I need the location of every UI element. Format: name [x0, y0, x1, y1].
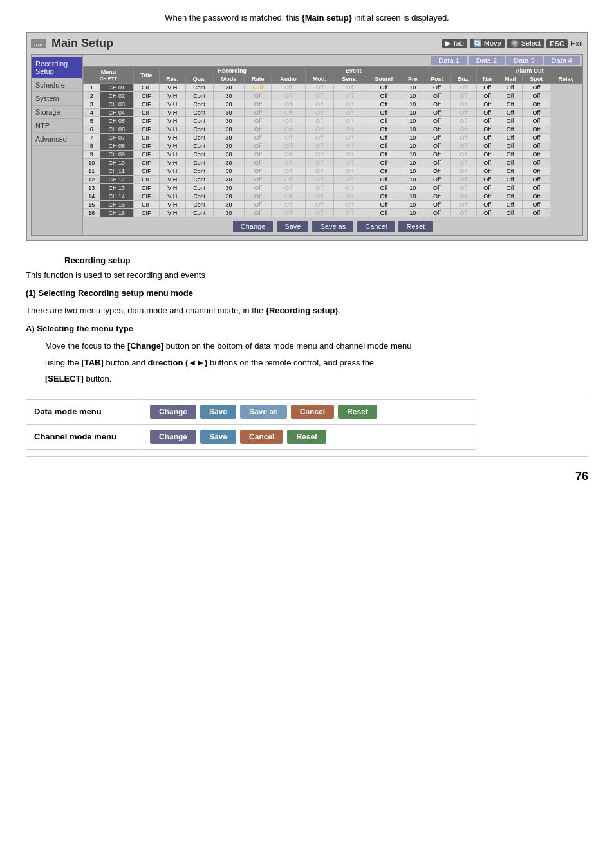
th-recording: Recording — [159, 67, 305, 75]
tab-button[interactable]: ▶ Tab — [442, 39, 467, 48]
ch-title-cell: CH 06 — [100, 125, 133, 134]
reset-button[interactable]: Reset — [398, 221, 433, 232]
nai-cell: Off — [451, 176, 477, 184]
post-cell: 10 — [402, 192, 423, 201]
dm-cancel-button[interactable]: Cancel — [291, 405, 334, 419]
mode-cell: Cont — [185, 92, 213, 100]
sidebar-item-system[interactable]: System — [32, 92, 82, 106]
moti-cell: Off — [272, 109, 305, 117]
moti-cell: Off — [272, 84, 305, 92]
sound-cell: Off — [333, 134, 366, 142]
mode-cell: Cont — [185, 176, 213, 184]
nai-cell: Off — [451, 92, 477, 100]
page-number: 76 — [26, 470, 588, 483]
audio-cell: Off — [245, 176, 272, 184]
sidebar-item-recording[interactable]: RecordingSetup — [32, 57, 82, 78]
th-qua: Qua. — [185, 75, 213, 84]
res-cell: CIF — [133, 134, 159, 142]
nai-cell: Off — [451, 192, 477, 201]
pre-cell: Off — [366, 134, 402, 142]
buz-cell: Off — [423, 142, 451, 151]
mode-cell: Cont — [185, 109, 213, 117]
channel-mode-label: Channel mode menu — [26, 424, 142, 449]
pre-cell: Off — [366, 201, 402, 209]
cm-cancel-button[interactable]: Cancel — [240, 430, 283, 444]
change-button[interactable]: Change — [233, 221, 274, 232]
pre-cell: Off — [366, 84, 402, 92]
nai-cell: Off — [451, 117, 477, 125]
nai-cell: Off — [451, 134, 477, 142]
spot-cell: Off — [498, 184, 523, 192]
vh-cell: V H — [159, 84, 185, 92]
sound-cell: Off — [333, 209, 366, 217]
relay-cell: Off — [523, 209, 550, 217]
res-cell: CIF — [133, 109, 159, 117]
moti-cell: Off — [272, 151, 305, 159]
relay-cell: Off — [523, 125, 550, 134]
th-post: Post — [423, 75, 451, 84]
pre-cell: Off — [366, 109, 402, 117]
section1-title: Recording setup — [64, 255, 588, 265]
sidebar-item-ntp[interactable]: NTP — [32, 119, 82, 133]
data-col-4: Data 4 — [544, 56, 580, 65]
cm-reset-button[interactable]: Reset — [287, 430, 326, 444]
nai-cell: Off — [451, 167, 477, 176]
th-res: Res. — [159, 75, 185, 84]
ch-num-cell: 2 — [84, 92, 100, 100]
buz-cell: Off — [423, 201, 451, 209]
buz-cell: Off — [423, 125, 451, 134]
cm-change-button[interactable]: Change — [150, 430, 196, 444]
sens-cell: Off — [305, 159, 333, 167]
rate-cell: 30 — [213, 117, 245, 125]
recording-table: MenuCH PTZ Title Recording Event Alarm O… — [83, 66, 582, 217]
mode-cell: Cont — [185, 100, 213, 109]
rate-cell: 30 — [213, 184, 245, 192]
sidebar-item-schedule[interactable]: Schedule — [32, 78, 82, 92]
vh-cell: V H — [159, 134, 185, 142]
mode-cell: Cont — [185, 125, 213, 134]
dm-change-button[interactable]: Change — [150, 405, 196, 419]
header-controls: ▶ Tab 🔄 Move 🔘 Select ESC Exit — [442, 39, 583, 48]
mail-cell: Off — [477, 92, 498, 100]
th-pre: Pre — [402, 75, 423, 84]
dm-save-button[interactable]: Save — [200, 405, 236, 419]
relay-cell: Off — [523, 159, 550, 167]
data-col-3: Data 3 — [506, 56, 542, 65]
select-button[interactable]: 🔘 Select — [507, 39, 544, 48]
moti-cell: Off — [272, 192, 305, 201]
moti-cell: Off — [272, 125, 305, 134]
sidebar-item-storage[interactable]: Storage — [32, 106, 82, 119]
esc-button[interactable]: ESC — [546, 39, 568, 48]
res-cell: CIF — [133, 167, 159, 176]
rate-cell: 30 — [213, 151, 245, 159]
nai-cell: Off — [451, 100, 477, 109]
move-button[interactable]: 🔄 Move — [470, 39, 505, 48]
ch-num-cell: 6 — [84, 125, 100, 134]
setup-icon: ..... — [31, 39, 46, 48]
nai-cell: Off — [451, 209, 477, 217]
mail-cell: Off — [477, 151, 498, 159]
spot-cell: Off — [498, 151, 523, 159]
sidebar: RecordingSetup Schedule System Storage N… — [32, 55, 83, 235]
ch-num-cell: 15 — [84, 201, 100, 209]
relay-cell: Off — [523, 142, 550, 151]
relay-cell: Off — [523, 176, 550, 184]
audio-cell: Off — [245, 167, 272, 176]
sidebar-item-advanced[interactable]: Advanced — [32, 133, 82, 146]
cancel-button[interactable]: Cancel — [357, 221, 395, 232]
buz-cell: Off — [423, 84, 451, 92]
save-button[interactable]: Save — [277, 221, 308, 232]
pre-cell: Off — [366, 184, 402, 192]
ch-title-cell: CH 05 — [100, 117, 133, 125]
save-as-button[interactable]: Save as — [312, 221, 353, 232]
intro-text: When the password is matched, this {Main… — [26, 13, 588, 23]
sens-cell: Off — [305, 117, 333, 125]
cm-save-button[interactable]: Save — [200, 430, 236, 444]
dm-saveas-button[interactable]: Save as — [240, 405, 287, 419]
sound-cell: Off — [333, 176, 366, 184]
audio-cell: Off — [245, 125, 272, 134]
dm-reset-button[interactable]: Reset — [338, 405, 377, 419]
pre-cell: Off — [366, 117, 402, 125]
channel-mode-buttons: Change Save Cancel Reset — [142, 424, 476, 449]
ch-title-cell: CH 07 — [100, 134, 133, 142]
